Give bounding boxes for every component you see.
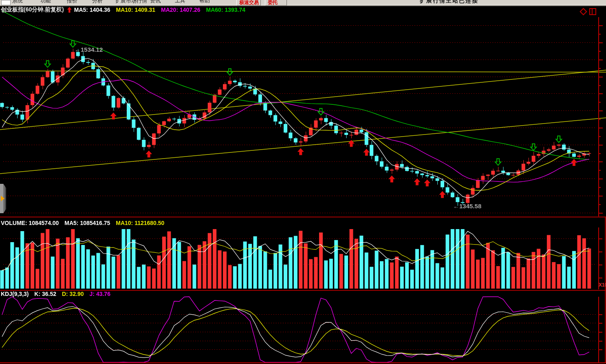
- menu-news[interactable]: 资讯: [150, 0, 161, 4]
- connection-status-text: 扩展行情主站已连接: [420, 0, 478, 4]
- kdj-d-value: D: 32.90: [62, 291, 84, 297]
- menu-extended-market[interactable]: 扩展市场行情: [115, 0, 147, 4]
- volume-value: VOLUME: 1084574.00: [1, 220, 59, 226]
- menu-function[interactable]: 功能: [40, 0, 51, 4]
- menu-analysis[interactable]: 分析: [92, 0, 103, 4]
- ma20-value: MA20: 1407.26: [161, 7, 201, 13]
- period-low-label: ←1345.58: [453, 203, 481, 210]
- kdj-j-value: J: 43.76: [90, 291, 110, 297]
- menu-help[interactable]: 帮助: [199, 0, 210, 4]
- instrument-title[interactable]: 创业板指(60分钟.前复权): [1, 6, 64, 13]
- menu-quotes[interactable]: 报价: [67, 0, 77, 4]
- split-layout-icon[interactable]: [589, 8, 596, 15]
- new-document-icon[interactable]: [1, 0, 11, 5]
- kdj-k-value: K: 36.52: [34, 291, 56, 297]
- volume-ma5-value: MA5: 1085416.75: [64, 220, 110, 226]
- chart-header: 创业板指(60分钟.前复权) MA5: 1404.36 MA10: 1409.3…: [0, 6, 606, 13]
- volume-scale-multiplier: X10000: [599, 282, 606, 288]
- trading-terminal: 系统 功能 报价 分析 扩展市场行情 资讯 工具 帮助 极速交易 委托 扩展行情…: [0, 0, 606, 364]
- menu-system[interactable]: 系统: [12, 0, 23, 4]
- fast-trade-button[interactable]: 极速交易: [236, 0, 261, 6]
- kdj-label: KDJ(9,3,3): [1, 291, 29, 297]
- volume-pane-header: VOLUME: 1084574.00 MA5: 1085416.75 MA10:…: [1, 220, 168, 226]
- kdj-pane-header: KDJ(9,3,3) K: 36.52 D: 32.90 J: 43.76: [1, 291, 115, 297]
- volume-ma10-value: MA10: 1121680.50: [116, 220, 164, 226]
- menubar: 系统 功能 报价 分析 扩展市场行情 资讯 工具 帮助 极速交易 委托 扩展行情…: [0, 0, 606, 6]
- period-high-label: ←1534.12: [75, 46, 103, 53]
- up-arrow-icon: [67, 7, 72, 13]
- ma60-value: MA60: 1393.74: [206, 7, 246, 13]
- expand-arrow-icon: [1, 196, 4, 201]
- menu-tools[interactable]: 工具: [175, 0, 185, 4]
- price-volume-kdj-chart-canvas[interactable]: [0, 0, 606, 364]
- ma5-value: MA5: 1404.36: [74, 7, 110, 13]
- order-button[interactable]: 委托: [265, 0, 287, 6]
- sidebar-expand-handle[interactable]: [0, 184, 6, 213]
- ma10-value: MA10: 1409.31: [116, 7, 156, 13]
